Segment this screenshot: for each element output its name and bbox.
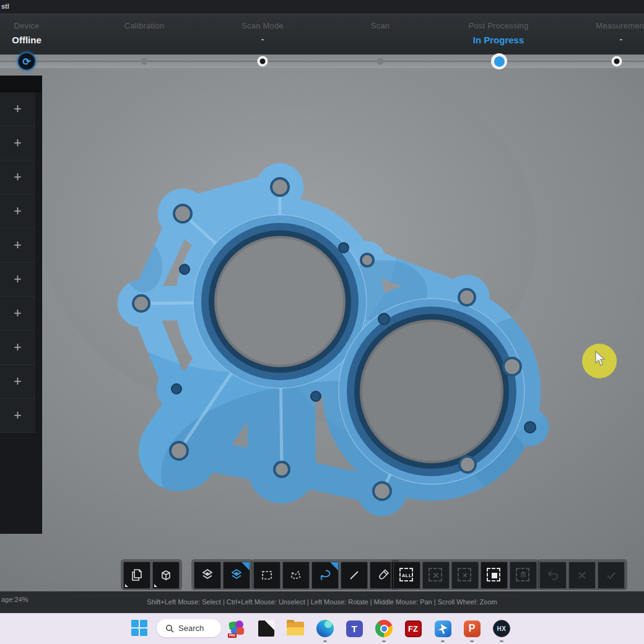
overlap-regions-button[interactable] <box>194 562 221 589</box>
polygon-select-button[interactable] <box>282 562 310 589</box>
running-indicator-chrome <box>382 640 386 642</box>
toolbar-group-apply <box>537 559 627 590</box>
post-processing-status: In Progress <box>446 35 551 45</box>
taskbar-app-file-explorer[interactable] <box>285 619 305 638</box>
file-explorer-icon <box>287 622 304 635</box>
brush-select-icon <box>375 567 391 583</box>
select-connected-icon <box>492 573 497 578</box>
filezilla-icon: FZ <box>405 620 422 637</box>
device-status: Offline <box>0 35 79 45</box>
scan-list-header <box>0 76 41 92</box>
taskbar-app-chrome[interactable] <box>374 619 394 638</box>
scan-mode-step-dot[interactable] <box>258 56 268 67</box>
taskbar-app-photos[interactable] <box>256 619 276 638</box>
rect-select-icon <box>259 567 275 583</box>
workflow-step-device[interactable]: Device Offline <box>0 14 79 45</box>
overlap-regions-active-button[interactable] <box>223 562 250 589</box>
add-scan-button[interactable]: + <box>0 399 35 433</box>
taskbar-app-filezilla[interactable]: FZ <box>403 619 423 638</box>
add-scan-button[interactable]: + <box>0 160 35 194</box>
start-button[interactable] <box>131 620 148 637</box>
workflow-timeline: ⟳ <box>0 54 644 68</box>
add-scan-button[interactable]: + <box>0 228 35 263</box>
select-all-label: ALL <box>402 573 412 578</box>
scan-list-panel: + + + + + + + + + + <box>0 76 42 534</box>
mouse-cursor-icon <box>593 350 607 367</box>
confirm-icon <box>603 567 619 583</box>
copy-mesh-button[interactable] <box>123 562 150 589</box>
workflow-step-calibration[interactable]: Calibration <box>92 14 197 35</box>
window-titlebar: stl <box>0 0 644 14</box>
exscan-hx-icon: HX <box>493 620 510 637</box>
taskbar-app-colorful[interactable]: PRE <box>227 619 246 638</box>
delete-selected-button[interactable] <box>510 562 537 589</box>
measurement-step-dot[interactable] <box>612 56 622 67</box>
clip-box-icon <box>158 567 174 583</box>
scan-step-dot[interactable] <box>377 58 384 65</box>
photos-app-icon <box>258 620 274 637</box>
toolbar-group-selection-ops: ALL <box>391 559 539 590</box>
overlap-regions-active-icon <box>228 567 245 583</box>
running-indicator-powerpoint <box>470 640 474 642</box>
cursor-highlight <box>582 344 617 378</box>
taskbar-app-edge[interactable] <box>315 619 335 638</box>
add-scan-button[interactable]: + <box>0 365 35 399</box>
cancel-icon <box>574 567 590 583</box>
lasso-select-button[interactable] <box>311 562 339 589</box>
add-scan-button[interactable]: + <box>0 297 35 331</box>
powerpoint-icon: P <box>464 620 481 637</box>
line-select-icon <box>346 567 362 583</box>
search-label: Search <box>178 624 204 633</box>
teams-icon: T <box>346 620 363 637</box>
colorful-app-badge: PRE <box>228 633 237 638</box>
taskbar-search[interactable]: Search <box>157 619 221 637</box>
calibration-step-dot[interactable] <box>141 58 148 65</box>
status-bar: age:24% Shift+Left Mouse: Select | Ctrl+… <box>0 591 644 613</box>
3d-viewport-canvas[interactable] <box>0 68 644 591</box>
clip-box-button[interactable] <box>152 562 180 589</box>
add-scan-button[interactable]: + <box>0 331 35 365</box>
add-scan-button[interactable]: + <box>0 194 35 228</box>
line-select-button[interactable] <box>341 562 368 589</box>
pointer-app-icon <box>435 620 451 637</box>
running-indicator-pointer <box>441 640 445 642</box>
unselect-all-button[interactable] <box>422 562 450 589</box>
lasso-select-icon <box>317 567 333 583</box>
invert-selection-button[interactable] <box>451 562 479 589</box>
workflow-step-scan[interactable]: Scan <box>328 14 433 35</box>
add-scan-button[interactable]: + <box>0 263 35 297</box>
toolbar-group-overlap <box>191 559 253 590</box>
select-connected-button[interactable] <box>481 562 508 589</box>
device-sync-icon[interactable]: ⟳ <box>17 52 36 71</box>
mouse-hints-text: Shift+Left Mouse: Select | Ctrl+Left Mou… <box>0 598 644 606</box>
taskbar-app-exscan-hx[interactable]: HX <box>492 619 511 638</box>
add-scan-button[interactable]: + <box>0 126 35 160</box>
rect-select-button[interactable] <box>253 562 281 589</box>
taskbar-app-pointer[interactable] <box>433 619 453 638</box>
select-all-button[interactable]: ALL <box>393 562 420 589</box>
exscan-app-window: stl Device Offline Calibration Scan Mode… <box>0 0 644 644</box>
post-processing-step-dot-current[interactable] <box>491 53 507 69</box>
cancel-button[interactable] <box>568 562 596 589</box>
taskbar-app-powerpoint[interactable]: P <box>462 619 482 638</box>
add-scan-button[interactable]: + <box>0 92 35 126</box>
workflow-step-post-processing[interactable]: Post Processing In Progress <box>446 14 551 45</box>
overlap-regions-icon <box>199 567 215 583</box>
confirm-button[interactable] <box>598 562 625 589</box>
undo-icon <box>545 567 561 583</box>
toolbar-group-mesh <box>121 559 182 590</box>
timeline-groove <box>0 61 644 62</box>
workflow-step-measurement[interactable]: Measurement - <box>568 14 644 44</box>
running-indicator-exscan-hx <box>500 640 503 642</box>
polygon-select-icon <box>288 567 304 583</box>
copy-mesh-icon <box>129 567 145 583</box>
open-filename: stl <box>1 2 9 10</box>
undo-button[interactable] <box>539 562 567 589</box>
workflow-navbar: Device Offline Calibration Scan Mode - S… <box>0 14 644 54</box>
colorful-app-icon: PRE <box>228 620 245 637</box>
toolbar-group-selection <box>251 559 399 590</box>
taskbar-app-teams[interactable]: T <box>344 619 364 638</box>
chrome-icon <box>375 620 393 637</box>
edge-icon <box>316 620 334 637</box>
workflow-step-scan-mode[interactable]: Scan Mode - <box>210 14 315 44</box>
